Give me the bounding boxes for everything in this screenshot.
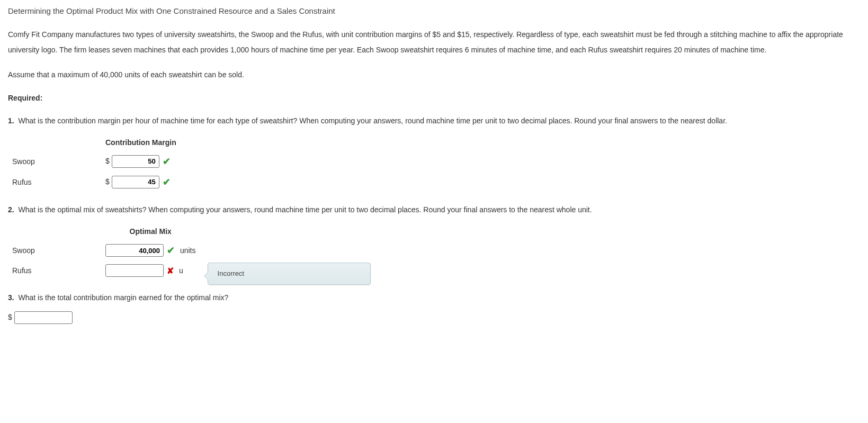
units-label-partial: u — [179, 266, 183, 275]
problem-description: Comfy Fit Company manufactures two types… — [8, 27, 860, 58]
required-heading: Required: — [8, 93, 860, 104]
optimal-mix-table: Optimal Mix Swoop ✔ units Rufus ✘ u Inco… — [8, 223, 200, 281]
table-row: Rufus ✘ u Incorrect — [8, 261, 200, 281]
row-label-swoop: Swoop — [8, 240, 101, 261]
currency-prefix: $ — [105, 157, 110, 165]
problem-assumption: Assume that a maximum of 40,000 units of… — [8, 67, 860, 83]
contribution-margin-table: Contribution Margin Swoop $✔ Rufus $✔ — [8, 134, 181, 193]
check-icon: ✔ — [163, 156, 171, 167]
om-table-header: Optimal Mix — [101, 223, 200, 240]
units-label: units — [180, 246, 196, 255]
question-1-text: What is the contribution margin per hour… — [18, 116, 727, 125]
total-cm-input[interactable] — [14, 311, 73, 324]
table-row: Swoop ✔ units — [8, 240, 200, 261]
row-label-rufus: Rufus — [8, 261, 101, 281]
table-row: Swoop $✔ — [8, 151, 181, 172]
incorrect-tooltip: Incorrect — [208, 263, 371, 285]
table-row: Rufus $✔ — [8, 172, 181, 193]
swoop-mix-input[interactable] — [105, 244, 164, 257]
question-1: 1. What is the contribution margin per h… — [8, 113, 860, 129]
question-2-number: 2. — [8, 205, 14, 214]
row-label-rufus: Rufus — [8, 172, 101, 193]
rufus-mix-input[interactable] — [105, 264, 164, 277]
check-icon: ✔ — [167, 245, 175, 256]
question-3-number: 3. — [8, 293, 14, 302]
currency-prefix: $ — [105, 177, 110, 186]
currency-prefix: $ — [8, 313, 12, 321]
question-2-text: What is the optimal mix of sweatshirts? … — [18, 205, 592, 214]
cm-table-header: Contribution Margin — [101, 134, 181, 151]
question-1-number: 1. — [8, 116, 14, 125]
check-icon: ✔ — [163, 177, 171, 187]
page-title: Determining the Optimal Product Mix with… — [8, 5, 860, 17]
question-2: 2. What is the optimal mix of sweatshirt… — [8, 202, 860, 218]
cross-icon: ✘ — [167, 266, 174, 275]
rufus-cm-input[interactable] — [112, 176, 159, 188]
row-label-swoop: Swoop — [8, 151, 101, 172]
swoop-cm-input[interactable] — [112, 155, 159, 168]
question-3-text: What is the total contribution margin ea… — [18, 293, 228, 302]
question-3: 3. What is the total contribution margin… — [8, 290, 860, 305]
